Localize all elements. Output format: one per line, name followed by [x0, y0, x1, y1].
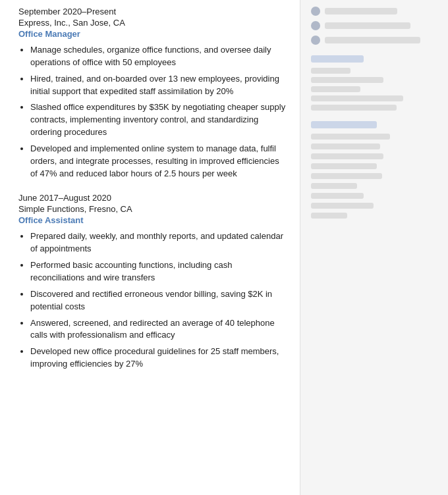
bullet-2-1: Performed basic accounting functions, in… — [30, 259, 287, 284]
contact-email — [311, 21, 437, 30]
bullet-2-0: Prepared daily, weekly, and monthly repo… — [30, 230, 287, 255]
bullet-1-2: Slashed office expenditures by $35K by n… — [30, 101, 287, 139]
bullet-2-3: Answered, screened, and redirected an av… — [30, 317, 287, 342]
skill-line-3 — [311, 163, 377, 169]
bullet-1-1: Hired, trained, and on-boarded over 13 n… — [30, 73, 287, 98]
job-bullets-1: Manage schedules, organize office functi… — [18, 44, 287, 180]
phone-text — [325, 8, 397, 14]
bullet-1-0: Manage schedules, organize office functi… — [30, 44, 287, 69]
education-section-title — [311, 55, 364, 63]
job-dates-2: June 2017–August 2020 — [18, 193, 287, 203]
left-column: September 2020–Present Express, Inc., Sa… — [0, 0, 300, 495]
job-company-2: Simple Functions, Fresno, CA — [18, 204, 287, 214]
edu-line-0 — [311, 68, 350, 74]
job-company-1: Express, Inc., San Jose, CA — [18, 18, 287, 28]
skill-line-0 — [311, 134, 390, 140]
edu-line-2 — [311, 86, 360, 92]
skill-line-8 — [311, 213, 347, 219]
right-column — [300, 0, 448, 495]
job-dates-1: September 2020–Present — [18, 7, 287, 16]
job-title-2: Office Assistant — [18, 215, 287, 225]
job-title-1: Office Manager — [18, 29, 287, 39]
bullet-2-2: Discovered and rectified erroneous vendo… — [30, 288, 287, 313]
skills-section-title — [311, 121, 377, 128]
email-text — [325, 22, 410, 29]
contact-phone — [311, 7, 437, 16]
skill-line-2 — [311, 153, 383, 159]
skill-line-5 — [311, 183, 357, 189]
address-text — [325, 37, 420, 43]
page-layout: September 2020–Present Express, Inc., Sa… — [0, 0, 448, 495]
edu-line-4 — [311, 105, 397, 111]
job-bullets-2: Prepared daily, weekly, and monthly repo… — [18, 230, 287, 370]
bullet-2-4: Developed new office procedural guidelin… — [30, 346, 287, 371]
skills-section — [311, 121, 437, 219]
skill-line-7 — [311, 203, 374, 209]
job-block-1: September 2020–Present Express, Inc., Sa… — [18, 7, 287, 180]
skill-line-1 — [311, 143, 380, 149]
email-icon — [311, 21, 320, 30]
edu-line-1 — [311, 77, 383, 83]
address-icon — [311, 36, 320, 45]
skill-line-4 — [311, 173, 382, 179]
bullet-1-3: Developed and implemented online system … — [30, 143, 287, 180]
skill-line-6 — [311, 193, 364, 199]
contact-address — [311, 36, 437, 45]
edu-line-3 — [311, 95, 403, 101]
phone-icon — [311, 7, 320, 16]
job-block-2: June 2017–August 2020 Simple Functions, … — [18, 193, 287, 370]
